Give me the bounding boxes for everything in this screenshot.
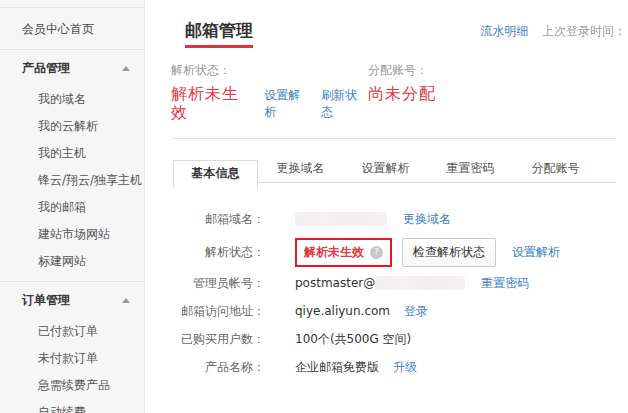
- sidebar-item-paid-orders[interactable]: 已付款订单: [0, 318, 144, 345]
- tab-change-domain[interactable]: 更换域名: [258, 154, 343, 182]
- tab-reset-password[interactable]: 重置密码: [428, 154, 513, 182]
- webmail-url-row: 邮箱访问地址： qiye.aliyun.com 登录: [169, 301, 628, 321]
- tab-bar: 基本信息 更换域名 设置解析 重置密码 分配账号: [173, 153, 616, 183]
- sidebar-item-my-email[interactable]: 我的邮箱: [0, 194, 144, 221]
- redacted-email-domain: [375, 276, 465, 290]
- sidebar-item-member-home[interactable]: 会员中心首页: [0, 8, 144, 50]
- product-name-value: 企业邮箱免费版: [295, 359, 379, 376]
- sidebar-item-my-domains[interactable]: 我的域名: [0, 86, 144, 113]
- product-name-row: 产品名称： 企业邮箱免费版 升级: [169, 357, 628, 377]
- last-login-label: 上次登录时间：: [542, 24, 626, 38]
- email-management-page: 会员中心首页 产品管理 我的域名 我的云解析 我的主机 锋云/翔云/独享主机 我…: [0, 0, 628, 413]
- tab-basic-info[interactable]: 基本信息: [173, 160, 258, 188]
- main-content: 邮箱管理 流水明细 上次登录时间： 解析状态： 解析未生效 设置解析 刷新状态 …: [146, 0, 628, 413]
- resolution-row-value: 解析未生效: [304, 244, 364, 261]
- tab-assign-account[interactable]: 分配账号: [513, 154, 598, 182]
- webmail-url-label: 邮箱访问地址：: [169, 303, 265, 320]
- reset-password-link[interactable]: 重置密码: [481, 275, 529, 292]
- sidebar-item-unpaid-orders[interactable]: 未付款订单: [0, 345, 144, 372]
- sidebar: 会员中心首页 产品管理 我的域名 我的云解析 我的主机 锋云/翔云/独享主机 我…: [0, 0, 145, 413]
- sidebar-item-auto-renewal[interactable]: 自动续费: [0, 399, 144, 413]
- sidebar-section-order-management[interactable]: 订单管理: [0, 282, 144, 318]
- status-summary: 解析状态： 解析未生效 设置解析 刷新状态 分配账号： 尚未分配: [171, 62, 628, 122]
- tab-set-resolution[interactable]: 设置解析: [343, 154, 428, 182]
- sidebar-section-title: 产品管理: [22, 60, 122, 77]
- sidebar-item-my-dns[interactable]: 我的云解析: [0, 113, 144, 140]
- resolution-row-label: 解析状态：: [169, 244, 265, 261]
- assignment-status-label: 分配账号：: [368, 62, 436, 79]
- webmail-url-value: qiye.aliyun.com: [295, 304, 390, 318]
- sidebar-top-divider: [0, 0, 144, 8]
- change-domain-link[interactable]: 更换域名: [403, 211, 451, 228]
- purchased-users-row: 已购买用户数： 100个(共500G 空间): [169, 329, 628, 349]
- page-header: 邮箱管理 流水明细 上次登录时间：: [146, 0, 628, 48]
- sidebar-section-title: 订单管理: [22, 292, 122, 309]
- admin-account-label: 管理员帐号：: [169, 275, 265, 292]
- admin-account-row: 管理员帐号： postmaster@ 重置密码: [169, 273, 628, 293]
- resolution-status-label: 解析状态：: [171, 62, 368, 79]
- collapse-arrow-icon[interactable]: [122, 298, 130, 303]
- set-resolution-form-link[interactable]: 设置解析: [512, 244, 560, 261]
- set-resolution-link[interactable]: 设置解析: [264, 87, 311, 122]
- sidebar-section-product-management[interactable]: 产品管理: [0, 50, 144, 86]
- resolution-status-block: 解析状态： 解析未生效 设置解析 刷新状态: [171, 62, 368, 122]
- sidebar-item-standard-site[interactable]: 标建网站: [0, 248, 144, 275]
- resolution-status-row: 解析状态： 解析未生效 ? 检查解析状态 设置解析: [169, 237, 628, 267]
- sidebar-item-site-market[interactable]: 建站市场网站: [0, 221, 144, 248]
- assignment-status-block: 分配账号： 尚未分配: [368, 62, 436, 122]
- collapse-arrow-icon[interactable]: [122, 66, 130, 71]
- assignment-status-value: 尚未分配: [368, 85, 436, 103]
- purchased-users-value: 100个(共500G 空间): [295, 331, 411, 348]
- upgrade-link[interactable]: 升级: [393, 359, 417, 376]
- section-divider: [172, 138, 616, 139]
- product-name-label: 产品名称：: [169, 359, 265, 376]
- billing-detail-link[interactable]: 流水明细: [480, 24, 528, 38]
- sidebar-item-renewal-products[interactable]: 急需续费产品: [0, 372, 144, 399]
- refresh-status-link[interactable]: 刷新状态: [321, 87, 368, 122]
- email-domain-label: 邮箱域名：: [169, 211, 265, 228]
- sidebar-item-my-hosts[interactable]: 我的主机: [0, 140, 144, 167]
- header-meta: 流水明细 上次登录时间：: [480, 20, 626, 40]
- admin-account-prefix: postmaster@: [295, 276, 375, 290]
- resolution-status-highlight: 解析未生效 ?: [295, 238, 392, 267]
- basic-info-form: 邮箱域名： 更换域名 解析状态： 解析未生效 ? 检查解析状态 设置解析: [169, 209, 628, 377]
- purchased-users-label: 已购买用户数：: [169, 331, 265, 348]
- page-title: 邮箱管理: [185, 20, 253, 48]
- email-domain-row: 邮箱域名： 更换域名: [169, 209, 628, 229]
- check-resolution-button[interactable]: 检查解析状态: [402, 238, 496, 267]
- login-link[interactable]: 登录: [404, 303, 428, 320]
- redacted-domain-value: [295, 212, 387, 226]
- resolution-status-value: 解析未生效: [171, 85, 254, 122]
- question-circle-icon[interactable]: ?: [370, 246, 383, 259]
- sidebar-item-cloud-hosts[interactable]: 锋云/翔云/独享主机: [0, 167, 144, 194]
